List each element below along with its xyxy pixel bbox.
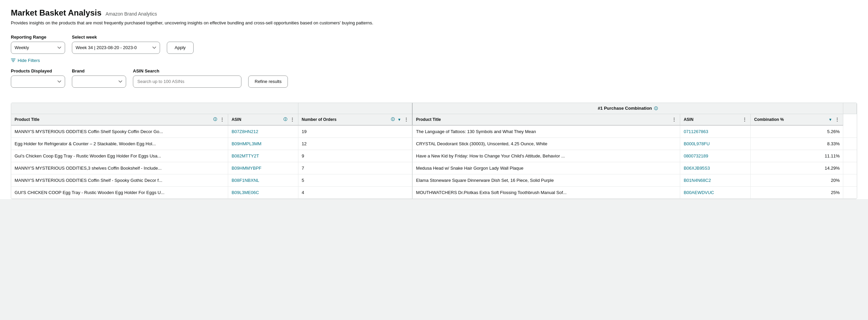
combo-product-title-cell: Have a New Kid by Friday: How to Change … [412,150,680,162]
orders-cell: 5 [298,174,412,186]
orders-cell: 7 [298,162,412,174]
asin-cell: B07Z8HN212 [228,125,298,138]
combo-asin-link[interactable]: B000L978FU [684,141,710,146]
product-title-cell: MANNY'S MYSTERIOUS ODDITIES Coffin Shelf… [11,174,228,186]
combo-pct-menu-icon[interactable]: ⋮ [835,117,840,122]
table-body: MANNY'S MYSTERIOUS ODDITIES Coffin Shelf… [11,125,857,199]
th-empty-orders [298,103,412,114]
th-product-title: Product Title ⓘ ⋮ [11,114,228,125]
combo-asin-cell: B01N4N68C2 [680,174,751,186]
product-title-cell: GUI'S CHICKEN COOP Egg Tray - Rustic Woo… [11,186,228,198]
combination-pct-cell: 14.29% [751,162,843,174]
combo-asin-link[interactable]: 0711267863 [684,129,708,134]
asin-cell: B09L3ME06C [228,186,298,198]
orders-cell: 4 [298,186,412,198]
combo-product-title-cell: Elama Stoneware Square Dinnerware Dish S… [412,174,680,186]
asin-link[interactable]: B09L3ME06C [232,190,259,195]
products-displayed-group: Products Displayed [11,68,65,88]
orders-cell: 9 [298,150,412,162]
combo-asin-cell: 0800732189 [680,150,751,162]
asin-search-input[interactable] [133,76,241,88]
product-title-cell: MANNY'S MYSTERIOUS ODDITIES,3 shelves Co… [11,162,228,174]
combo-asin-link[interactable]: 0800732189 [684,153,708,158]
th-empty-left [11,103,298,114]
select-week-group: Select week Week 34 | 2023-08-20 - 2023-… [72,35,160,54]
combo-asin-cell: B000L978FU [680,137,751,150]
page-title: Market Basket Analysis [11,8,101,18]
hide-filters-label: Hide Filters [18,58,40,63]
page-header: Market Basket Analysis Amazon Brand Anal… [11,8,857,18]
brand-select[interactable] [72,76,126,88]
orders-menu-icon[interactable]: ⋮ [404,117,409,122]
products-displayed-select[interactable] [11,76,65,88]
asin-link[interactable]: B09HMMYBPF [232,166,261,171]
table-row: MANNY'S MYSTERIOUS ODDITIES,3 shelves Co… [11,162,857,174]
orders-sort-icon[interactable]: ▼ [397,118,401,122]
th-combo-product-title: Product Title ⋮ [412,114,680,125]
asin-link[interactable]: B08F1NBXNL [232,178,259,183]
table-header-row-2: Product Title ⓘ ⋮ ASIN ⓘ [11,114,857,125]
brand-group: Brand [72,68,126,88]
combination-pct-cell: 25% [751,186,843,198]
asin-info-icon[interactable]: ⓘ [283,117,287,122]
hide-filters-toggle[interactable]: Hide Filters [11,58,857,63]
filter-icon [11,58,16,63]
table-row: Gui's Chicken Coop Egg Tray - Rustic Woo… [11,150,857,162]
combo-product-title-cell: MOUTHWATCHERS Dr.Plotkas Extra Soft Flos… [412,186,680,198]
brand-analytics-label: Amazon Brand Analytics [105,11,157,17]
table-row: Egg Holder for Refrigerator & Counter – … [11,137,857,150]
asin-cell: B09HMPL3MM [228,137,298,150]
brand-label: Brand [72,68,126,73]
combo-asin-menu-icon[interactable]: ⋮ [742,117,747,122]
combination-pct-cell: 8.33% [751,137,843,150]
purchase-combo-info-icon[interactable]: ⓘ [654,106,658,111]
asin-cell: B082MTTY2T [228,150,298,162]
filter-row-2: Products Displayed Brand ASIN Search Ref… [11,68,857,88]
combo-asin-link[interactable]: B01N4N68C2 [684,178,711,183]
page-description: Provides insights on the products that a… [11,20,857,26]
table-header-row-1: #1 Purchase Combination ⓘ [11,103,857,114]
reporting-range-select[interactable]: Weekly [11,42,65,54]
combo-product-title-menu-icon[interactable]: ⋮ [672,117,676,122]
product-title-menu-icon[interactable]: ⋮ [220,117,224,122]
asin-cell: B08F1NBXNL [228,174,298,186]
orders-cell: 12 [298,137,412,150]
th-number-of-orders: Number of Orders ⓘ ▼ ⋮ [298,114,412,125]
th-asin: ASIN ⓘ ⋮ [228,114,298,125]
purchase-combo-header: #1 Purchase Combination ⓘ [412,103,843,114]
combination-pct-cell: 5.26% [751,125,843,138]
combination-pct-cell: 11.11% [751,150,843,162]
products-displayed-label: Products Displayed [11,68,65,73]
asin-link[interactable]: B09HMPL3MM [232,141,261,146]
refine-results-button[interactable]: Refine results [248,76,288,88]
data-table: #1 Purchase Combination ⓘ Product Title … [11,103,857,199]
orders-cell: 19 [298,125,412,138]
apply-button[interactable]: Apply [167,42,194,54]
reporting-range-label: Reporting Range [11,35,65,40]
asin-menu-icon[interactable]: ⋮ [290,117,295,122]
combo-asin-link[interactable]: B00AEWDVUC [684,190,714,195]
combo-asin-link[interactable]: B06XJB95S3 [684,166,710,171]
product-title-info-icon[interactable]: ⓘ [213,117,217,122]
combo-asin-cell: B00AEWDVUC [680,186,751,198]
select-week-select[interactable]: Week 34 | 2023-08-20 - 2023-0 [72,42,160,54]
table-row: GUI'S CHICKEN COOP Egg Tray - Rustic Woo… [11,186,857,198]
combination-pct-cell: 20% [751,174,843,186]
combo-asin-cell: 0711267863 [680,125,751,138]
table-row: MANNY'S MYSTERIOUS ODDITIES Coffin Shelf… [11,125,857,138]
table-row: MANNY'S MYSTERIOUS ODDITIES Coffin Shelf… [11,174,857,186]
product-title-cell: MANNY'S MYSTERIOUS ODDITIES Coffin Shelf… [11,125,228,138]
select-week-label: Select week [72,35,160,40]
reporting-range-group: Reporting Range Weekly [11,35,65,54]
th-combo-asin: ASIN ⋮ [680,114,751,125]
filter-section: Reporting Range Weekly Select week Week … [11,35,857,100]
combo-product-title-cell: Medusa Head w/ Snake Hair Gorgon Lady Wa… [412,162,680,174]
th-combination-pct: Combination % ▼ ⋮ [751,114,843,125]
product-title-cell: Egg Holder for Refrigerator & Counter – … [11,137,228,150]
th-empty-right [843,103,857,114]
combo-product-title-cell: The Language of Tattoos: 130 Symbols and… [412,125,680,138]
asin-link[interactable]: B07Z8HN212 [232,129,258,134]
combo-pct-sort-icon[interactable]: ▼ [829,118,832,122]
orders-info-icon[interactable]: ⓘ [391,117,395,122]
asin-link[interactable]: B082MTTY2T [232,153,259,158]
